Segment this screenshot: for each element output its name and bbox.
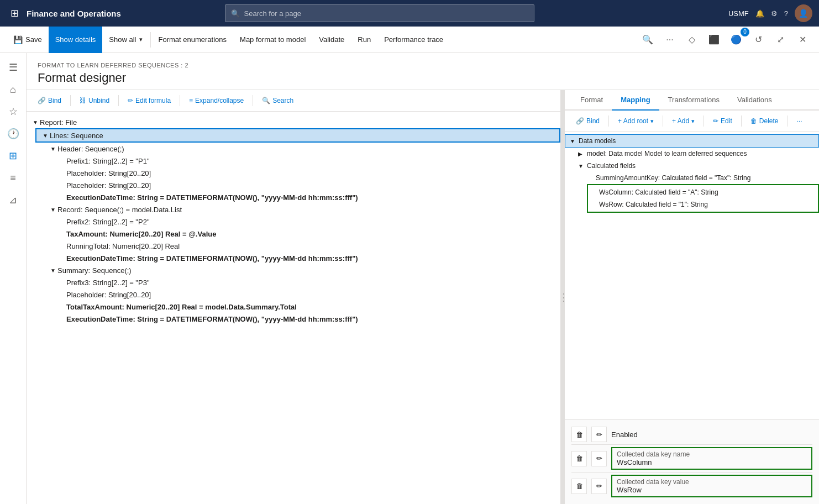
nav-favorites-icon[interactable]: ☆	[3, 102, 23, 122]
nav-filter-icon[interactable]: ⊿	[3, 190, 23, 210]
key-value-delete-btn[interactable]: 🗑	[571, 479, 587, 494]
toggle-calc-fields[interactable]: ▼	[578, 163, 587, 169]
toggle-model[interactable]: ▶	[578, 151, 587, 157]
tree-label-lines: Lines: Sequence	[50, 132, 103, 140]
tree-item-header[interactable]: ▼ Header: Sequence(;)	[44, 143, 560, 155]
tree-toggle-report[interactable]: ▼	[31, 118, 40, 127]
tree-item-lines[interactable]: ▼ Lines: Sequence	[35, 128, 560, 143]
show-details-button[interactable]: Show details	[49, 27, 103, 53]
format-toolbar: 🔗 Bind ⛓ Unbind ✏ Edit formula	[27, 90, 560, 112]
tree-item-execdate2[interactable]: ExecutionDateTime: String = DATETIMEFORM…	[53, 252, 560, 264]
enabled-delete-btn[interactable]: 🗑	[571, 427, 587, 442]
validate-button[interactable]: Validate	[312, 27, 351, 53]
tab-mapping[interactable]: Mapping	[612, 90, 659, 111]
label-wsrow: WsRow: Calculated field = "1": String	[599, 201, 708, 208]
search-icon: 🔍	[231, 9, 240, 18]
tree-label-prefix1: Prefix1: String[2..2] = "P1"	[66, 157, 150, 165]
settings-icon[interactable]: ⚙	[771, 9, 778, 18]
tree-item-prefix3[interactable]: Prefix3: String[2..2] = "P3"	[53, 276, 560, 288]
add-root-button[interactable]: + Add root ▾	[613, 115, 658, 127]
cmd-refresh-icon[interactable]: ↺	[748, 30, 768, 50]
collected-key-value-row: 🗑 ✏ Collected data key value WsRow	[571, 473, 812, 500]
save-button[interactable]: 💾 Save	[7, 27, 49, 53]
map-more-button[interactable]: ···	[792, 115, 806, 127]
tab-validations[interactable]: Validations	[728, 90, 781, 111]
user-avatar[interactable]: 👤	[795, 4, 812, 22]
tree-item-execdate3[interactable]: ExecutionDateTime: String = DATETIMEFORM…	[53, 313, 560, 325]
model-item-calc-fields[interactable]: ▼ Calculated fields	[565, 160, 819, 172]
tab-format[interactable]: Format	[571, 90, 612, 111]
cmd-close-icon[interactable]: ✕	[792, 30, 812, 50]
tree-toggle-header[interactable]: ▼	[49, 144, 57, 153]
nav-menu-icon[interactable]: ☰	[3, 57, 23, 77]
expand-collapse-button[interactable]: ≡ Expand/collapse	[185, 95, 248, 107]
tree-item-runningtotal[interactable]: RunningTotal: Numeric[20..20] Real	[53, 240, 560, 252]
tree-item-placeholder2[interactable]: Placeholder: String[20..20]	[53, 179, 560, 191]
collected-key-name-value: WsColumn	[617, 458, 807, 466]
tree-item-placeholder3[interactable]: Placeholder: String[20..20]	[53, 288, 560, 301]
cmd-office-icon[interactable]: ⬛	[704, 30, 724, 50]
global-search-input[interactable]	[244, 9, 528, 18]
show-all-button[interactable]: Show all ▾	[102, 27, 149, 53]
tree-item-report[interactable]: ▼ Report: File	[27, 116, 560, 128]
tree-toggle-totaltax	[57, 302, 66, 311]
bind-button[interactable]: 🔗 Bind	[33, 95, 66, 107]
global-search[interactable]: 🔍	[225, 4, 534, 22]
model-item-data-models[interactable]: ▼ Data models	[565, 134, 819, 148]
map-edit-button[interactable]: ✏ Edit	[708, 115, 737, 127]
model-item-summing[interactable]: SummingAmountKey: Calculated field = "Ta…	[565, 172, 819, 184]
cmd-diamond-icon[interactable]: ◇	[682, 30, 702, 50]
tree-item-record[interactable]: ▼ Record: Sequence(;) = model.Data.List	[44, 203, 560, 216]
tree-toggle-ed2	[57, 254, 66, 262]
map-bind-button[interactable]: 🔗 Bind	[571, 115, 604, 127]
tree-item-summary[interactable]: ▼ Summary: Sequence(;)	[44, 264, 560, 276]
notification-icon[interactable]: 🔔	[755, 9, 764, 18]
tree-item-taxamount[interactable]: TaxAmount: Numeric[20..20] Real = @.Valu…	[53, 228, 560, 240]
format-enumerations-button[interactable]: Format enumerations	[152, 27, 234, 53]
edit-formula-button[interactable]: ✏ Edit formula	[123, 95, 175, 107]
tree-toggle-summary[interactable]: ▼	[49, 266, 57, 275]
enabled-edit-btn[interactable]: ✏	[591, 427, 607, 442]
map-format-to-model-button[interactable]: Map format to model	[233, 27, 312, 53]
add-button[interactable]: + Add ▾	[668, 115, 699, 127]
unbind-button[interactable]: ⛓ Unbind	[75, 95, 114, 107]
model-item-model[interactable]: ▶ model: Data model Model to learn defer…	[565, 148, 819, 160]
cmd-more-icon[interactable]: ···	[660, 30, 680, 50]
tree-toggle-lines[interactable]: ▼	[41, 131, 50, 140]
tree-toggle-runningtotal	[57, 242, 66, 250]
performance-trace-button[interactable]: Performance trace	[377, 27, 450, 53]
tree-item-totaltax[interactable]: TotalTaxAmount: Numeric[20..20] Real = m…	[53, 301, 560, 313]
format-panel: 🔗 Bind ⛓ Unbind ✏ Edit formula	[27, 90, 561, 504]
key-name-delete-btn[interactable]: 🗑	[571, 451, 587, 466]
collected-key-name-box: Collected data key name WsColumn	[611, 447, 812, 470]
nav-recent-icon[interactable]: 🕐	[3, 124, 23, 144]
tree-item-prefix1[interactable]: Prefix1: String[2..2] = "P1"	[53, 155, 560, 167]
run-button[interactable]: Run	[351, 27, 377, 53]
key-name-edit-btn[interactable]: ✏	[591, 451, 607, 466]
help-icon[interactable]: ?	[784, 9, 788, 18]
map-delete-button[interactable]: 🗑 Delete	[746, 115, 783, 127]
cmd-open-icon[interactable]: ⤢	[770, 30, 790, 50]
tree-item-placeholder1[interactable]: Placeholder: String[20..20]	[53, 167, 560, 179]
model-item-wscolumn[interactable]: WsColumn: Calculated field = "A": String	[590, 186, 816, 198]
nav-home-icon[interactable]: ⌂	[3, 80, 23, 99]
show-all-dropdown-icon: ▾	[139, 36, 143, 43]
grid-icon[interactable]: ⊞	[7, 6, 22, 21]
bottom-properties: 🗑 ✏ Enabled 🗑 ✏ Collected data key name …	[565, 419, 819, 504]
key-value-edit-btn[interactable]: ✏	[591, 479, 607, 494]
nav-modules-icon[interactable]: ⊞	[3, 146, 23, 166]
unbind-icon: ⛓	[80, 97, 86, 104]
model-item-wsrow[interactable]: WsRow: Calculated field = "1": String	[590, 198, 816, 211]
left-navigation: ☰ ⌂ ☆ 🕐 ⊞ ≡ ⊿	[0, 53, 27, 504]
toggle-data-models[interactable]: ▼	[570, 138, 579, 144]
tree-toggle-record[interactable]: ▼	[49, 205, 57, 214]
tree-item-execdate1[interactable]: ExecutionDateTime: String = DATETIMEFORM…	[53, 191, 560, 203]
cmd-badge-icon[interactable]: 🔵 0	[726, 30, 746, 50]
tab-transformations[interactable]: Transformations	[659, 90, 728, 111]
save-icon: 💾	[13, 35, 23, 44]
nav-list-icon[interactable]: ≡	[3, 168, 23, 188]
page-title: Format designer	[38, 71, 808, 85]
search-button[interactable]: 🔍 Search	[258, 95, 298, 107]
cmd-search-icon[interactable]: 🔍	[638, 30, 658, 50]
tree-item-prefix2[interactable]: Prefix2: String[2..2] = "P2"	[53, 216, 560, 228]
